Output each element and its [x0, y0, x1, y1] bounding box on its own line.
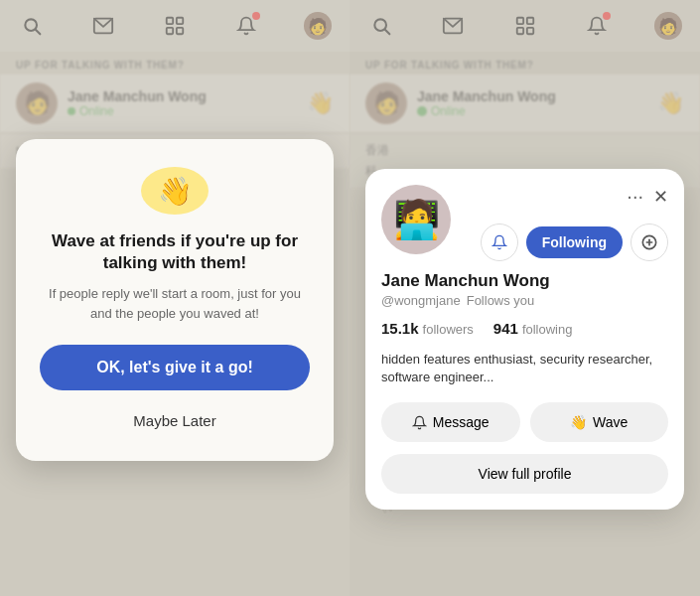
profile-action-row: Message 👋 Wave [365, 402, 684, 454]
followers-count: 15.1k [381, 320, 419, 337]
wave-profile-button[interactable]: 👋 Wave [530, 402, 669, 442]
right-panel: 🧑 UP FOR TALKING WITH THEM? 🧑 Jane Manch… [350, 0, 700, 596]
profile-bell-button[interactable] [481, 224, 518, 261]
profile-stats: 15.1k followers 941 following [365, 316, 684, 347]
profile-add-button[interactable] [630, 224, 668, 261]
wave-btn-emoji: 👋 [570, 414, 587, 430]
profile-more-button[interactable]: ··· [627, 185, 643, 208]
left-panel: 🧑 UP FOR TALKING WITH THEM? 🧑 Jane Manch… [0, 0, 350, 596]
stat-following: 941 following [493, 320, 573, 337]
message-btn-label: Message [433, 414, 490, 430]
wave-dialog-emoji: 👋 [158, 175, 193, 208]
wave-ok-button[interactable]: OK, let's give it a go! [40, 345, 310, 390]
message-button[interactable]: Message [381, 402, 520, 442]
following-label: following [522, 322, 573, 337]
profile-action-buttons: Following [481, 224, 668, 261]
wave-dialog-desc: If people reply we'll start a room, just… [40, 284, 310, 323]
wave-dialog: 👋 Wave at friends if you're up for talki… [16, 139, 334, 461]
followers-label: followers [423, 322, 474, 337]
profile-name: Jane Manchun Wong [365, 271, 684, 293]
profile-card-header: 🧑‍💻 ··· ✕ Following [365, 169, 684, 271]
wave-btn-label: Wave [593, 414, 628, 430]
wave-emoji-bg: 👋 [141, 167, 209, 215]
profile-handle: @wongmjane [381, 293, 461, 308]
wave-later-button[interactable]: Maybe Later [40, 400, 310, 441]
view-profile-button[interactable]: View full profile [381, 454, 668, 494]
profile-follows-you: Follows you [467, 293, 535, 308]
wave-dialog-title: Wave at friends if you're up for talking… [40, 230, 310, 274]
profile-close-button[interactable]: ✕ [653, 186, 668, 208]
profile-avatar: 🧑‍💻 [381, 185, 451, 254]
profile-card: 🧑‍💻 ··· ✕ Following Jane [365, 169, 684, 510]
following-button[interactable]: Following [526, 226, 623, 258]
stat-followers: 15.1k followers [381, 320, 474, 337]
following-count: 941 [493, 320, 518, 337]
profile-handle-row: @wongmjane Follows you [365, 293, 684, 316]
profile-bio: hidden features enthusiast, security res… [365, 347, 684, 402]
